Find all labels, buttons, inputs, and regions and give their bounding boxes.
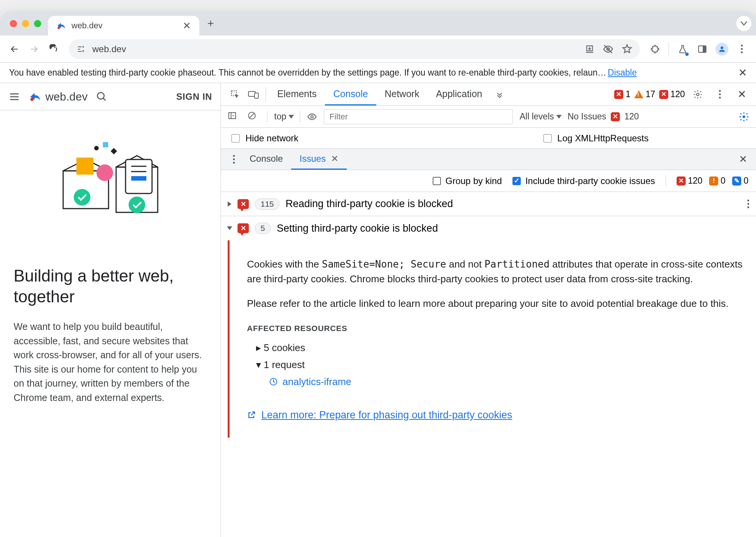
eye-off-icon[interactable] (603, 44, 613, 54)
browser-tab[interactable]: web.dev ✕ (48, 16, 199, 36)
blocked-count[interactable]: ✕120 (659, 89, 685, 99)
chrome-menu-button[interactable] (733, 41, 750, 57)
site-settings-icon[interactable] (76, 45, 85, 54)
severity-bar (228, 240, 230, 438)
tab-application[interactable]: Application (428, 83, 491, 105)
svg-point-9 (96, 164, 113, 181)
info-bar-text: You have enabled testing third-party coo… (9, 68, 606, 78)
affected-resources-heading: AFFECTED RESOURCES (247, 322, 745, 334)
svg-rect-8 (76, 158, 93, 175)
forward-button[interactable] (26, 41, 42, 57)
live-expression-icon[interactable] (307, 112, 317, 122)
hide-network-checkbox[interactable]: Hide network (230, 133, 298, 144)
reload-icon (269, 377, 278, 386)
site-logo[interactable]: web.dev (29, 90, 88, 103)
labs-button[interactable] (674, 41, 691, 57)
log-xhr-checkbox[interactable]: Log XMLHttpRequests (542, 133, 649, 144)
svg-rect-20 (110, 148, 117, 155)
close-drawer-icon[interactable]: ✕ (736, 149, 751, 170)
issue-title: Reading third-party cookie is blocked (286, 198, 453, 210)
svg-point-27 (311, 115, 314, 118)
extensions-button[interactable] (647, 41, 663, 57)
sidebar-toggle-icon[interactable] (228, 111, 241, 122)
close-issues-tab-icon[interactable]: ✕ (331, 153, 338, 164)
devtools-menu-icon[interactable] (711, 90, 729, 99)
address-bar[interactable]: web.dev (69, 39, 640, 59)
tab-elements[interactable]: Elements (269, 83, 325, 105)
issue-count-pill: 115 (255, 198, 279, 210)
issue-menu-icon[interactable] (747, 200, 749, 208)
sign-in-button[interactable]: SIGN IN (176, 91, 212, 102)
svg-point-16 (74, 189, 90, 206)
devtools-panel: Elements Console Network Application ✕1 … (221, 83, 756, 537)
search-icon[interactable] (96, 91, 107, 102)
new-tab-button[interactable]: + (202, 15, 219, 32)
settings-icon[interactable] (689, 90, 707, 99)
affected-cookies[interactable]: 5 cookies (256, 340, 745, 355)
webdev-icon (29, 90, 42, 103)
fullscreen-window-button[interactable] (34, 20, 41, 27)
svg-point-4 (30, 97, 34, 101)
svg-rect-23 (255, 93, 258, 98)
close-devtools-icon[interactable]: ✕ (733, 88, 751, 101)
issues-summary[interactable]: No Issues✕120 (568, 111, 639, 122)
issue-count-pill: 5 (255, 223, 271, 234)
request-link[interactable]: analytics-iframe (269, 375, 745, 389)
issues-toolbar: Group by kind Include third-party cookie… (221, 170, 756, 192)
context-selector[interactable]: top (274, 111, 293, 122)
menu-icon[interactable] (8, 91, 20, 102)
side-panel-button[interactable] (694, 41, 711, 57)
issue-row[interactable]: ✕ 5 Setting third-party cookie is blocke… (221, 216, 756, 240)
issues-counts: ✕120 !0 ✎0 (677, 176, 748, 186)
tab-network[interactable]: Network (376, 83, 428, 105)
issue-row[interactable]: ✕ 115 Reading third-party cookie is bloc… (221, 192, 756, 216)
learn-more-link[interactable]: Learn more: Prepare for phasing out thir… (247, 407, 745, 423)
reload-button[interactable] (45, 41, 62, 57)
chevron-down-icon (289, 115, 294, 119)
drawer-tab-issues[interactable]: Issues ✕ (291, 149, 347, 170)
browser-toolbar: web.dev (0, 36, 756, 63)
drawer-tab-console[interactable]: Console (241, 149, 291, 170)
svg-point-5 (98, 92, 104, 99)
error-count[interactable]: ✕1 (614, 89, 630, 99)
device-toggle-icon[interactable] (244, 83, 262, 105)
issue-severity-icon: ✕ (238, 199, 249, 209)
svg-point-17 (129, 197, 145, 213)
inspect-icon[interactable] (226, 83, 244, 105)
more-tabs-icon[interactable] (491, 83, 509, 105)
svg-point-24 (697, 93, 699, 96)
site-name: web.dev (45, 90, 88, 103)
levels-selector[interactable]: All levels (520, 111, 561, 122)
warning-count[interactable]: 17 (634, 89, 655, 99)
svg-rect-15 (131, 176, 146, 181)
issue-title: Setting third-party cookie is blocked (277, 223, 438, 234)
titlebar: web.dev ✕ + (0, 11, 756, 36)
svg-point-18 (94, 146, 99, 150)
chevron-down-icon (556, 115, 562, 119)
install-icon[interactable] (585, 44, 595, 54)
close-info-bar-icon[interactable]: ✕ (731, 67, 747, 79)
page-blurb: We want to help you build beautiful, acc… (14, 320, 207, 405)
back-button[interactable] (6, 41, 23, 57)
console-settings-icon[interactable] (739, 111, 749, 122)
include-3p-checkbox[interactable]: Include third-party cookie issues (512, 176, 655, 186)
close-window-button[interactable] (10, 20, 17, 27)
clear-console-icon[interactable] (247, 111, 260, 122)
devtools-main-tabs: Elements Console Network Application ✕1 … (221, 83, 756, 106)
tab-console[interactable]: Console (325, 83, 376, 105)
window-controls (10, 20, 41, 27)
profile-button[interactable] (714, 41, 730, 57)
affected-requests[interactable]: 1 request (256, 357, 745, 372)
close-tab-icon[interactable]: ✕ (183, 20, 191, 32)
bookmark-star-icon[interactable] (622, 44, 632, 54)
svg-point-28 (743, 115, 745, 118)
disable-link[interactable]: Disable (608, 68, 637, 78)
separator (669, 43, 669, 56)
filter-input[interactable] (324, 109, 513, 124)
issue-severity-icon: ✕ (238, 223, 249, 233)
drawer-menu-icon[interactable] (226, 149, 241, 170)
minimize-window-button[interactable] (22, 20, 29, 27)
external-link-icon (247, 410, 256, 419)
group-by-kind-checkbox[interactable]: Group by kind (433, 176, 502, 186)
tab-list-button[interactable] (736, 16, 751, 31)
